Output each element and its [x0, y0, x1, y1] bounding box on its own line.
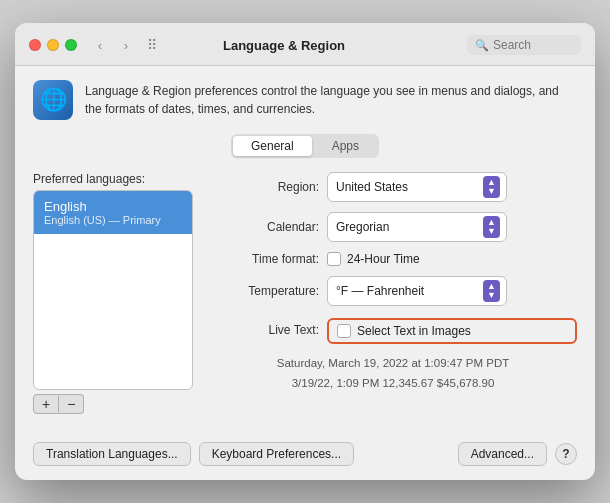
language-item-english[interactable]: English English (US) — Primary: [34, 191, 192, 234]
dropdown-arrow-temperature: ▲▼: [483, 280, 500, 302]
timeformat-row: Time format: 24-Hour Time: [209, 252, 577, 266]
advanced-button[interactable]: Advanced...: [458, 442, 547, 466]
region-dropdown[interactable]: United States ▲▼: [327, 172, 507, 202]
region-row: Region: United States ▲▼: [209, 172, 577, 202]
preview-line1: Saturday, March 19, 2022 at 1:09:47 PM P…: [209, 354, 577, 374]
livetext-checkbox[interactable]: [337, 324, 351, 338]
titlebar: ‹ › ⠿ Language & Region 🔍: [15, 23, 595, 66]
globe-icon: 🌐: [33, 80, 73, 120]
settings-window: ‹ › ⠿ Language & Region 🔍 🌐 Language & R…: [15, 23, 595, 480]
temperature-value: °F — Fahrenheit ▲▼: [327, 276, 577, 306]
dropdown-arrow-region: ▲▼: [483, 176, 500, 198]
language-sub: English (US) — Primary: [44, 214, 182, 226]
bottom-bar: Translation Languages... Keyboard Prefer…: [15, 430, 595, 480]
window-title: Language & Region: [109, 38, 459, 53]
language-panel: Preferred languages: English English (US…: [33, 172, 193, 414]
timeformat-text: 24-Hour Time: [347, 252, 420, 266]
temperature-row: Temperature: °F — Fahrenheit ▲▼: [209, 276, 577, 306]
region-value: United States ▲▼: [327, 172, 577, 202]
help-button[interactable]: ?: [555, 443, 577, 465]
preferred-languages-label: Preferred languages:: [33, 172, 193, 186]
language-controls: + −: [33, 394, 193, 414]
temperature-dropdown[interactable]: °F — Fahrenheit ▲▼: [327, 276, 507, 306]
maximize-button[interactable]: [65, 39, 77, 51]
close-button[interactable]: [29, 39, 41, 51]
timeformat-value: 24-Hour Time: [327, 252, 577, 266]
add-language-button[interactable]: +: [33, 394, 59, 414]
timeformat-label: Time format:: [209, 252, 319, 266]
livetext-label: Live Text:: [209, 323, 319, 337]
tabs-container: General Apps: [231, 134, 379, 158]
search-icon: 🔍: [475, 39, 489, 52]
temperature-label: Temperature:: [209, 284, 319, 298]
header-description: 🌐 Language & Region preferences control …: [33, 80, 577, 120]
language-list: English English (US) — Primary: [33, 190, 193, 390]
translation-languages-button[interactable]: Translation Languages...: [33, 442, 191, 466]
tab-apps[interactable]: Apps: [314, 136, 377, 156]
settings-panel: Region: United States ▲▼ Calendar: Grego…: [209, 172, 577, 414]
calendar-label: Calendar:: [209, 220, 319, 234]
search-input[interactable]: [493, 38, 573, 52]
keyboard-preferences-button[interactable]: Keyboard Preferences...: [199, 442, 354, 466]
calendar-value: Gregorian ▲▼: [327, 212, 577, 242]
region-label: Region:: [209, 180, 319, 194]
main-area: Preferred languages: English English (US…: [33, 172, 577, 414]
calendar-text: Gregorian: [336, 220, 389, 234]
language-name: English: [44, 199, 182, 214]
calendar-dropdown[interactable]: Gregorian ▲▼: [327, 212, 507, 242]
region-text: United States: [336, 180, 408, 194]
tab-general[interactable]: General: [233, 136, 312, 156]
calendar-row: Calendar: Gregorian ▲▼: [209, 212, 577, 242]
content-area: 🌐 Language & Region preferences control …: [15, 66, 595, 430]
live-text-container: Select Text in Images: [327, 318, 577, 344]
livetext-value: Select Text in Images: [327, 316, 577, 344]
description-text: Language & Region preferences control th…: [85, 80, 577, 118]
dropdown-arrow-calendar: ▲▼: [483, 216, 500, 238]
temperature-text: °F — Fahrenheit: [336, 284, 424, 298]
tabs-row: General Apps: [33, 134, 577, 158]
remove-language-button[interactable]: −: [59, 394, 84, 414]
back-button[interactable]: ‹: [91, 36, 109, 54]
minimize-button[interactable]: [47, 39, 59, 51]
timeformat-checkbox[interactable]: [327, 252, 341, 266]
preview-area: Saturday, March 19, 2022 at 1:09:47 PM P…: [209, 354, 577, 393]
search-box[interactable]: 🔍: [467, 35, 581, 55]
preview-line2: 3/19/22, 1:09 PM 12,345.67 $45,678.90: [209, 374, 577, 394]
traffic-lights: [29, 39, 77, 51]
livetext-checkbox-label: Select Text in Images: [357, 324, 471, 338]
livetext-row: Live Text: Select Text in Images: [209, 316, 577, 344]
